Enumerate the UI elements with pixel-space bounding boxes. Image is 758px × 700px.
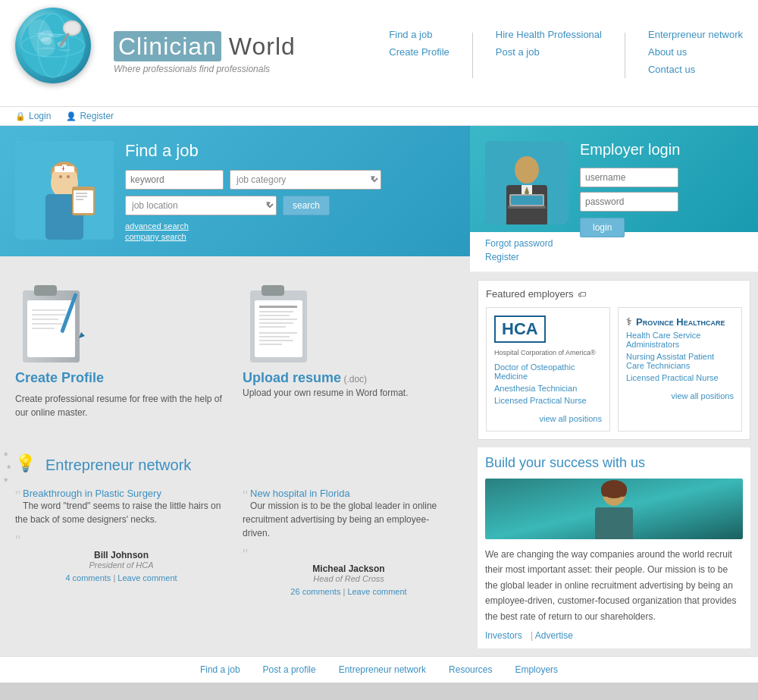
province-position-1[interactable]: Health Care Service Administrators <box>626 331 734 349</box>
article-2: " New hospital in Florida Our mission is… <box>243 488 455 596</box>
nav-entrepreneur[interactable]: Enterpreneur network <box>648 29 743 40</box>
province-icon: ⚕ <box>626 315 632 328</box>
nav-divider-1 <box>472 33 473 78</box>
nav-post-job[interactable]: Post a job <box>496 46 602 58</box>
article-1-title[interactable]: Breakthrough in Plastic Surgery <box>23 488 161 499</box>
success-text: We are changing the way companies around… <box>485 547 743 624</box>
svg-rect-40 <box>259 319 297 320</box>
nurse-image <box>15 141 114 240</box>
article-2-comments[interactable]: 26 comments <box>290 587 340 596</box>
nav-about-us[interactable]: About us <box>648 46 743 58</box>
footer-entrepreneur-network[interactable]: Entrepreneur network <box>339 664 426 675</box>
svg-rect-36 <box>255 300 302 357</box>
success-image <box>485 479 743 539</box>
footer-employers[interactable]: Employers <box>515 664 558 675</box>
advertise-link[interactable]: Advertise <box>535 630 573 641</box>
entrepreneur-title-link[interactable]: Entrepreneur network <box>45 457 191 474</box>
content-row: Find a job job category job location <box>0 126 758 656</box>
main-navigation: Find a job Create Profile Hire Health Pr… <box>389 29 743 78</box>
article-2-leave-comment[interactable]: Leave comment <box>347 587 406 596</box>
lightbulb-icon: 💡 <box>15 454 36 472</box>
advanced-search-link[interactable]: advanced search <box>125 221 455 231</box>
upload-resume-link[interactable]: Upload resume <box>243 370 341 385</box>
entrepreneur-title: * ** 💡 Entrepreneur network <box>15 454 455 476</box>
article-2-title[interactable]: New hospital in Florida <box>250 488 350 499</box>
search-row-1: job category <box>125 170 455 190</box>
svg-rect-43 <box>259 332 297 334</box>
svg-rect-37 <box>259 306 297 308</box>
svg-point-17 <box>59 175 62 178</box>
svg-rect-35 <box>262 285 284 296</box>
profile-resume-section: Create Profile Create professional resum… <box>0 256 470 442</box>
investors-link[interactable]: Investors <box>485 630 522 641</box>
svg-point-60 <box>619 485 627 497</box>
province-position-2[interactable]: Nursing Assistat Patient Care Technician… <box>626 352 734 370</box>
login-link[interactable]: Login <box>15 111 51 121</box>
footer-find-job[interactable]: Find a job <box>200 664 240 675</box>
register-link[interactable]: Register <box>66 111 114 121</box>
hca-position-1[interactable]: Doctor of Osteopathic Medicine <box>494 363 602 381</box>
employer-login-title: Employer login <box>580 141 743 159</box>
create-profile-link[interactable]: Create Profile <box>15 370 104 386</box>
password-input[interactable] <box>580 192 678 212</box>
create-profile-desc: Create professional resume for free with… <box>15 392 227 419</box>
header: Clinician World Where professionals find… <box>0 0 758 107</box>
province-view-all-link[interactable]: view all positions <box>671 391 734 400</box>
employer-register-link[interactable]: Register <box>485 252 743 262</box>
article-1-comments[interactable]: 4 comments <box>65 573 111 582</box>
svg-rect-42 <box>259 326 286 328</box>
province-name: Province Healthcare <box>636 316 725 328</box>
right-panel: Employer login login Forgot password Reg… <box>470 126 758 656</box>
svg-rect-12 <box>76 193 87 194</box>
success-links-divider: | <box>531 630 533 641</box>
hca-view-all-link[interactable]: view all positions <box>539 414 602 423</box>
nav-hire-professional[interactable]: Hire Health Professional <box>496 29 602 40</box>
forgot-password-link[interactable]: Forgot password <box>485 238 743 249</box>
logo-area: Clinician World Where professionals find… <box>15 8 296 99</box>
article-2-author: Micheal Jackson <box>243 563 455 574</box>
svg-rect-22 <box>62 168 64 169</box>
open-quote-2: " <box>243 488 248 505</box>
article-2-role: Head of Red Cross <box>243 574 455 583</box>
forgot-register-section: Forgot password Register <box>470 232 758 272</box>
hca-subtitle: Hospital Corporation of America® <box>494 349 602 356</box>
category-wrapper: job category <box>230 170 381 190</box>
province-position-3[interactable]: Licensed Practical Nurse <box>626 373 734 382</box>
username-input[interactable] <box>580 168 678 187</box>
location-select[interactable]: job location <box>125 196 277 215</box>
search-button[interactable]: search <box>283 196 330 215</box>
footer-post-profile[interactable]: Post a profile <box>263 664 316 675</box>
svg-rect-54 <box>511 196 543 205</box>
svg-rect-29 <box>32 309 66 311</box>
company-search-link[interactable]: company search <box>125 232 455 241</box>
articles-row: " Breakthrough in Plastic Surgery The wo… <box>15 488 455 596</box>
hca-logo: HCA <box>494 315 546 343</box>
svg-rect-14 <box>76 199 83 200</box>
nav-find-job[interactable]: Find a job <box>389 29 449 40</box>
hca-view-all: view all positions <box>539 414 602 423</box>
login-bar: Login Register <box>0 107 758 126</box>
employer-card-province: ⚕ Province Healthcare Health Care Servic… <box>618 307 742 432</box>
svg-rect-44 <box>259 336 290 337</box>
hca-position-3[interactable]: Licensed Practical Nurse <box>494 396 602 405</box>
person-icon <box>66 111 77 121</box>
open-quote-1: " <box>15 488 20 505</box>
nav-create-profile[interactable]: Create Profile <box>389 46 449 58</box>
asterisks-decor: * ** <box>4 450 11 488</box>
footer-resources[interactable]: Resources <box>449 664 492 675</box>
article-1-leave-comment[interactable]: Leave comment <box>117 573 177 582</box>
close-quote-1: " <box>15 532 20 549</box>
category-select[interactable]: job category <box>230 170 381 190</box>
svg-rect-45 <box>259 340 293 341</box>
find-job-title: Find a job <box>125 141 455 161</box>
employer-login-section: Employer login login <box>470 126 758 232</box>
login-label: Login <box>29 111 51 121</box>
login-button[interactable]: login <box>580 218 625 237</box>
svg-rect-32 <box>32 323 62 325</box>
nav-contact-us[interactable]: Contact us <box>648 64 743 75</box>
left-panel: Find a job job category job location <box>0 126 470 656</box>
clinician-text: Clinician <box>114 31 221 61</box>
keyword-input[interactable] <box>125 170 224 190</box>
hca-position-2[interactable]: Anesthesia Technician <box>494 384 602 393</box>
svg-point-18 <box>67 175 70 178</box>
